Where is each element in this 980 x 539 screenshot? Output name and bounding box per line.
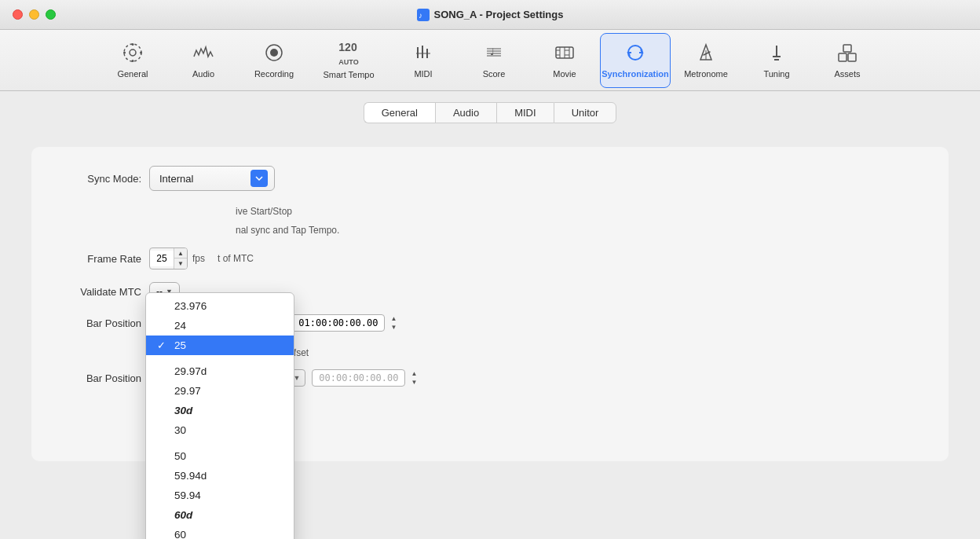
- sync-mode-value: Internal: [159, 173, 193, 185]
- toolbar-score-label: Score: [483, 69, 506, 79]
- dropdown-item-23976[interactable]: 23.976: [146, 296, 294, 316]
- title-bar: ♪ SONG_A - Project Settings: [0, 0, 980, 30]
- general-icon: [122, 42, 143, 66]
- dropdown-item-30[interactable]: 30: [146, 420, 294, 440]
- sync-mode-label: Sync Mode:: [55, 173, 141, 185]
- bar-position-label-1: Bar Position: [55, 317, 141, 329]
- tab-segment: General Audio MIDI Unitor: [364, 102, 617, 123]
- dropdown-label-60: 60: [174, 529, 186, 539]
- smart-tempo-icon: 120AUTO: [338, 41, 358, 68]
- close-button[interactable]: [13, 9, 23, 20]
- svg-point-2: [130, 50, 136, 56]
- app-icon: ♪: [417, 9, 430, 21]
- tuning-icon: [766, 42, 787, 66]
- toolbar-item-movie[interactable]: Movie: [529, 33, 600, 88]
- tab-midi[interactable]: MIDI: [496, 102, 553, 123]
- dropdown-item-2997[interactable]: 29.97: [146, 381, 294, 401]
- toolbar-item-recording[interactable]: Recording: [239, 33, 309, 88]
- window-title: ♪ SONG_A - Project Settings: [417, 9, 564, 21]
- dropdown-label-2997: 29.97: [174, 385, 201, 397]
- svg-point-9: [270, 49, 278, 57]
- maximize-button[interactable]: [46, 9, 56, 20]
- smpte-2-down[interactable]: ▼: [408, 378, 419, 387]
- toolbar-item-midi[interactable]: MIDI: [388, 33, 459, 88]
- toolbar-item-audio[interactable]: Audio: [168, 33, 239, 88]
- frame-rate-value: 25: [150, 251, 174, 266]
- svg-point-6: [123, 51, 126, 53]
- tab-general[interactable]: General: [364, 102, 435, 123]
- assets-icon: [837, 42, 858, 66]
- toolbar-midi-label: MIDI: [414, 69, 432, 79]
- smpte-display-1: 01:00:00:00.00 ▲ ▼: [291, 314, 399, 332]
- toolbar-item-tuning[interactable]: Tuning: [741, 33, 812, 88]
- tab-unitor[interactable]: Unitor: [554, 102, 617, 123]
- toolbar-item-score[interactable]: ♩ Score: [459, 33, 529, 88]
- dropdown-label-50: 50: [174, 450, 186, 462]
- smpte-stepper-2: ▲ ▼: [408, 369, 419, 387]
- validate-mtc-label: Validate MTC: [55, 286, 141, 298]
- frame-rate-dropdown-menu: 23.976 24 ✓ 25 29.97d 29.97 30d 30 50 59…: [145, 292, 294, 539]
- toolbar-item-smart-tempo[interactable]: 120AUTO Smart Tempo: [309, 33, 388, 88]
- tab-audio[interactable]: Audio: [435, 102, 496, 123]
- smpte-value-1: 01:00:00:00.00: [291, 314, 385, 332]
- dropdown-label-24: 24: [174, 320, 186, 332]
- window-controls: [13, 9, 56, 20]
- frame-rate-stepper[interactable]: 25 ▲ ▼: [149, 248, 188, 270]
- dropdown-item-30d[interactable]: 30d: [146, 401, 294, 420]
- smpte-stepper-1: ▲ ▼: [388, 314, 399, 332]
- dropdown-item-5994[interactable]: 59.94: [146, 486, 294, 505]
- dropdown-item-60d[interactable]: 60d: [146, 505, 294, 525]
- dropdown-item-5994d[interactable]: 59.94d: [146, 466, 294, 486]
- description-row-1: ive Start/Stop: [228, 204, 925, 218]
- toolbar: General Audio Recording 120AUTO Smart Te…: [0, 30, 980, 91]
- toolbar-item-synchronization[interactable]: Synchronization: [600, 33, 671, 88]
- sync-mode-dropdown[interactable]: Internal: [149, 166, 275, 191]
- recording-icon: [264, 42, 284, 66]
- toolbar-smart-tempo-label: Smart Tempo: [323, 70, 374, 79]
- dropdown-item-60[interactable]: 60: [146, 525, 294, 539]
- dropdown-item-25[interactable]: ✓ 25: [146, 336, 294, 355]
- dropdown-label-5994: 59.94: [174, 490, 201, 501]
- frame-rate-label: Frame Rate: [55, 253, 141, 265]
- toolbar-item-assets[interactable]: Assets: [812, 33, 883, 88]
- svg-text:♪: ♪: [419, 11, 422, 20]
- movie-icon: [554, 42, 575, 66]
- svg-text:♩: ♩: [490, 46, 495, 57]
- toolbar-item-metronome[interactable]: Metronome: [671, 33, 741, 88]
- sync-mode-row: Sync Mode: Internal: [55, 166, 925, 191]
- checkmark-icon: ✓: [157, 339, 166, 351]
- svg-rect-33: [839, 53, 847, 61]
- smpte-1-up[interactable]: ▲: [388, 314, 399, 323]
- minimize-button[interactable]: [29, 9, 39, 20]
- toolbar-synchronization-label: Synchronization: [602, 69, 669, 79]
- svg-point-7: [140, 51, 142, 53]
- main-content: Sync Mode: Internal ive Start/Stop nal s…: [0, 131, 980, 539]
- smpte-2-up[interactable]: ▲: [408, 369, 419, 378]
- desc-text-1: ive Start/Stop: [236, 206, 292, 217]
- dropdown-item-50[interactable]: 50: [146, 446, 294, 466]
- frame-rate-up-button[interactable]: ▲: [174, 248, 187, 258]
- dropdown-label-5994d: 59.94d: [174, 470, 207, 482]
- frame-rate-stepper-buttons: ▲ ▼: [174, 248, 187, 269]
- toolbar-assets-label: Assets: [834, 69, 860, 79]
- frame-rate-down-button[interactable]: ▼: [174, 258, 187, 269]
- description-row-2: nal sync and Tap Tempo.: [228, 222, 925, 236]
- dropdown-item-24[interactable]: 24: [146, 316, 294, 336]
- svg-point-4: [132, 43, 134, 46]
- dropdown-separator-1: [146, 355, 294, 361]
- dropdown-separator-2: [146, 440, 294, 446]
- dropdown-label-30d: 30d: [174, 405, 192, 416]
- metronome-icon: [696, 42, 716, 66]
- fps-label: fps: [192, 253, 205, 264]
- dropdown-label-30: 30: [174, 424, 186, 436]
- dropdown-item-2997d[interactable]: 29.97d: [146, 361, 294, 381]
- svg-rect-35: [843, 45, 851, 52]
- mtc-label: t of MTC: [218, 253, 254, 264]
- tab-bar: General Audio MIDI Unitor: [0, 91, 980, 131]
- svg-point-5: [132, 60, 134, 62]
- toolbar-item-general[interactable]: General: [97, 33, 168, 88]
- synchronization-icon: [625, 42, 645, 66]
- desc-text-2: nal sync and Tap Tempo.: [236, 225, 339, 236]
- smpte-1-down[interactable]: ▼: [388, 323, 399, 332]
- smpte-display-2: 00:00:00:00.00 ▲ ▼: [312, 369, 419, 387]
